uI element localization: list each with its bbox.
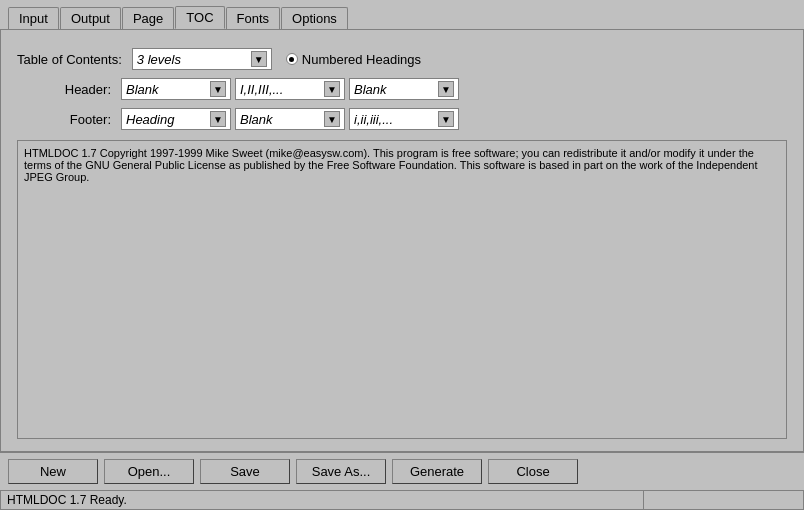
generate-button[interactable]: Generate [392,459,482,484]
header-col1-arrow: ▼ [210,81,226,97]
save-as-button[interactable]: Save As... [296,459,386,484]
numbered-headings-label: Numbered Headings [302,52,421,67]
footer-label: Footer: [17,112,117,127]
open-button[interactable]: Open... [104,459,194,484]
radio-dot [289,57,294,62]
button-bar: New Open... Save Save As... Generate Clo… [0,452,804,490]
footer-col1-dropdown[interactable]: Heading ▼ [121,108,231,130]
header-col3-value: Blank [354,82,434,97]
footer-col2-dropdown[interactable]: Blank ▼ [235,108,345,130]
footer-col3-arrow: ▼ [438,111,454,127]
save-button[interactable]: Save [200,459,290,484]
main-window: Input Output Page TOC Fonts Options Tabl… [0,0,804,510]
header-col2-dropdown[interactable]: I,II,III,... ▼ [235,78,345,100]
header-col3-dropdown[interactable]: Blank ▼ [349,78,459,100]
status-bar: HTMLDOC 1.7 Ready. [0,490,804,510]
toc-levels-dropdown[interactable]: 3 levels ▼ [132,48,272,70]
footer-col2-arrow: ▼ [324,111,340,127]
toc-form-section: Table of Contents: 3 levels ▼ Numbered H… [17,42,787,130]
tab-toc[interactable]: TOC [175,6,224,29]
footer-col1-value: Heading [126,112,206,127]
tab-fonts[interactable]: Fonts [226,7,281,29]
tab-page[interactable]: Page [122,7,174,29]
close-button[interactable]: Close [488,459,578,484]
tab-options[interactable]: Options [281,7,348,29]
toc-levels-value: 3 levels [137,52,247,67]
new-button[interactable]: New [8,459,98,484]
header-col2-value: I,II,III,... [240,82,320,97]
toc-content-area: Table of Contents: 3 levels ▼ Numbered H… [0,29,804,452]
footer-row: Footer: Heading ▼ Blank ▼ i,ii,iii,... ▼ [17,108,787,130]
numbered-headings-group: Numbered Headings [286,52,421,67]
header-col2-arrow: ▼ [324,81,340,97]
numbered-headings-radio[interactable] [286,53,298,65]
copyright-text: HTMLDOC 1.7 Copyright 1997-1999 Mike Swe… [24,147,780,183]
footer-col3-dropdown[interactable]: i,ii,iii,... ▼ [349,108,459,130]
footer-col1-arrow: ▼ [210,111,226,127]
copyright-area: HTMLDOC 1.7 Copyright 1997-1999 Mike Swe… [17,140,787,439]
header-col1-value: Blank [126,82,206,97]
tab-input[interactable]: Input [8,7,59,29]
toc-levels-arrow: ▼ [251,51,267,67]
status-right [644,491,804,510]
footer-col2-value: Blank [240,112,320,127]
toc-label: Table of Contents: [17,52,128,67]
header-col1-dropdown[interactable]: Blank ▼ [121,78,231,100]
toc-tab-content: Table of Contents: 3 levels ▼ Numbered H… [17,42,787,439]
tab-output[interactable]: Output [60,7,121,29]
header-label: Header: [17,82,117,97]
header-row: Header: Blank ▼ I,II,III,... ▼ Blank ▼ [17,78,787,100]
header-col3-arrow: ▼ [438,81,454,97]
footer-col3-value: i,ii,iii,... [354,112,434,127]
status-text: HTMLDOC 1.7 Ready. [7,493,127,507]
status-left: HTMLDOC 1.7 Ready. [0,491,644,510]
tab-bar: Input Output Page TOC Fonts Options [0,0,804,29]
toc-row: Table of Contents: 3 levels ▼ Numbered H… [17,48,787,70]
